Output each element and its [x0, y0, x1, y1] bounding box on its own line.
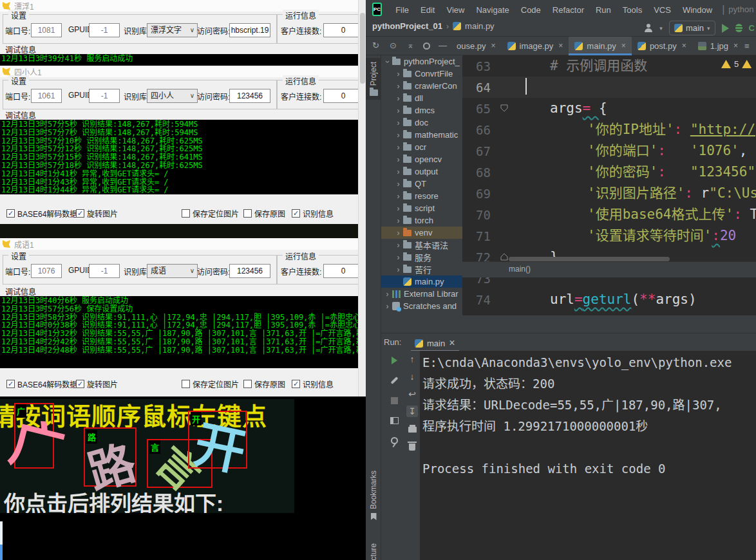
chevron-icon[interactable]: › [395, 118, 402, 127]
tree-item-QT[interactable]: ›QT [381, 178, 462, 190]
print-button[interactable] [406, 423, 418, 434]
checkbox-box[interactable]: ✓ [76, 209, 84, 218]
chevron-icon[interactable]: › [395, 180, 402, 189]
chevron-icon[interactable]: › [395, 167, 402, 176]
checkbox-box[interactable]: ✓ [292, 380, 300, 388]
password-input[interactable]: hbscript.19 [229, 23, 270, 37]
collapse-all-button[interactable]: ⌅ [406, 41, 415, 50]
breadcrumb-project[interactable]: pythonProject_01 [372, 21, 442, 31]
checkbox-4[interactable]: 保存原图 [243, 208, 285, 219]
port-input[interactable]: 1061 [31, 89, 62, 103]
checkbox-4[interactable]: 保存原图 [243, 378, 285, 389]
tree-item-pythonProject_[interactable]: ›pythonProject_ [381, 55, 462, 68]
tree-item-mathematic[interactable]: ›mathematic [381, 129, 462, 141]
tree-item-resore[interactable]: ›resore [381, 190, 462, 202]
menu-refactor[interactable]: Refactor [547, 5, 590, 15]
chevron-icon[interactable]: › [384, 290, 391, 299]
clients-input[interactable]: 0 [323, 23, 363, 37]
menu-file[interactable]: File [390, 5, 415, 15]
menu-code[interactable]: Code [515, 5, 547, 15]
run-button[interactable] [722, 24, 729, 33]
chevron-icon[interactable]: › [395, 216, 402, 225]
chevron-icon[interactable]: › [395, 241, 402, 250]
menu-tools[interactable]: Tools [617, 5, 648, 15]
checkbox-1[interactable]: ✓BASE64解码数据 [6, 378, 77, 389]
close-icon[interactable]: × [733, 41, 738, 50]
tree-item--[interactable]: ›服务 [381, 251, 462, 263]
coverage-button[interactable]: C [749, 23, 755, 33]
up-stack-button[interactable]: ↑ [406, 353, 418, 365]
checkbox-box[interactable]: ✓ [76, 380, 84, 388]
editor-line-67[interactable]: 67'你的端口': '1076', [462, 140, 756, 162]
tree-item-crawlerCon[interactable]: ›crawlerCon [381, 80, 462, 92]
close-icon[interactable]: × [491, 41, 496, 50]
tree-item-opencv[interactable]: ›opencv [381, 153, 462, 165]
scroll-to-end-button[interactable]: ↧ [406, 406, 418, 417]
checkbox-3[interactable]: 保存定位图片 [182, 208, 239, 219]
checkbox-box[interactable] [182, 209, 190, 218]
run-config-selector[interactable]: main ▾ [669, 21, 715, 35]
editor-line-66[interactable]: 66'你的IP地址': "http:// [462, 119, 756, 140]
editor-line-74[interactable]: 74url=geturl(**args) [462, 289, 756, 310]
checkbox-2[interactable]: ✓旋转图片 [76, 208, 118, 219]
settings-gear-button[interactable] [423, 42, 430, 50]
chevron-icon[interactable]: › [395, 143, 402, 152]
tab-main-py[interactable]: main.py× [569, 37, 632, 55]
rerun-button[interactable] [388, 355, 400, 366]
menu-navigate[interactable]: Navigate [470, 5, 515, 15]
menu-vcs[interactable]: VCS [648, 5, 677, 15]
tab-1-jpg[interactable]: 1.jpg× [692, 37, 744, 55]
tree-item-ocr[interactable]: ›ocr [381, 141, 462, 153]
edit-configuration-button[interactable] [388, 375, 400, 386]
clear-all-button[interactable] [406, 440, 418, 452]
editor-horizontal-scrollbar[interactable] [509, 257, 670, 261]
tool-tab-bookmarks[interactable]: Bookmarks [366, 471, 381, 520]
tree-item-dll[interactable]: ›dll [381, 92, 462, 104]
restore-layout-button[interactable] [388, 415, 400, 426]
close-icon[interactable]: × [682, 41, 686, 50]
tree-item--[interactable]: ›苦行 [381, 263, 462, 275]
chevron-icon[interactable]: › [395, 106, 402, 115]
tab-ouse-py[interactable]: ouse.py× [451, 37, 502, 55]
chevron-icon[interactable]: › [395, 229, 402, 238]
password-input[interactable]: 123456 [229, 264, 270, 278]
debug-button[interactable] [735, 24, 742, 32]
chevron-icon[interactable]: › [395, 131, 402, 140]
inspection-widget[interactable]: 5 [721, 59, 756, 69]
checkbox-3[interactable]: 保存定位图片 [182, 378, 239, 389]
chevron-icon[interactable]: › [395, 94, 402, 103]
chevron-icon[interactable]: › [383, 58, 392, 65]
port-input[interactable]: 1081 [31, 23, 62, 37]
tool-tab-structure[interactable]: cture [366, 543, 381, 560]
stop-button[interactable] [388, 395, 400, 406]
tree-item-Scratches-and[interactable]: ›Scratches and [381, 300, 462, 312]
library-select[interactable]: 四小人 [147, 89, 198, 103]
checkbox-box[interactable] [243, 380, 252, 388]
tree-item-main-py[interactable]: main.py [381, 275, 462, 288]
chevron-icon[interactable]: › [395, 82, 402, 91]
soft-wrap-button[interactable]: ↩ [406, 388, 418, 400]
tree-item-dmcs[interactable]: ›dmcs [381, 104, 462, 117]
gpuid-input[interactable]: -1 [89, 264, 120, 278]
library-select[interactable]: 成语 [147, 264, 198, 278]
editor-line-70[interactable]: 70'使用base64格式上传': T [462, 204, 756, 225]
chevron-icon[interactable]: › [395, 204, 402, 213]
breadcrumb-file[interactable]: main.py [465, 21, 495, 31]
editor-line-63[interactable]: 63# 示例调用函数 [462, 55, 756, 77]
menu-window[interactable]: Window [677, 5, 718, 15]
tree-item-External-Librar[interactable]: ›External Librar [381, 288, 462, 300]
editor-line-71[interactable]: 71'设置请求等待时间':20 [462, 225, 756, 247]
checkbox-box[interactable]: ✓ [292, 209, 300, 218]
tree-item-torch[interactable]: ›torch [381, 214, 462, 227]
menu-run[interactable]: Run [590, 5, 617, 15]
checkbox-box[interactable]: ✓ [6, 380, 15, 388]
clients-input[interactable]: 0 [323, 264, 363, 278]
clients-input[interactable]: 0 [323, 89, 363, 103]
tree-item-doc[interactable]: ›doc [381, 117, 462, 129]
tool-tab-project[interactable]: Project [366, 58, 381, 100]
editor-line-64[interactable]: 64 [462, 77, 756, 98]
hide-panel-button[interactable]: — [438, 41, 448, 50]
chevron-icon[interactable]: › [384, 302, 391, 311]
sync-icon[interactable]: ↻ [371, 41, 381, 50]
checkbox-2[interactable]: ✓旋转图片 [76, 378, 118, 389]
